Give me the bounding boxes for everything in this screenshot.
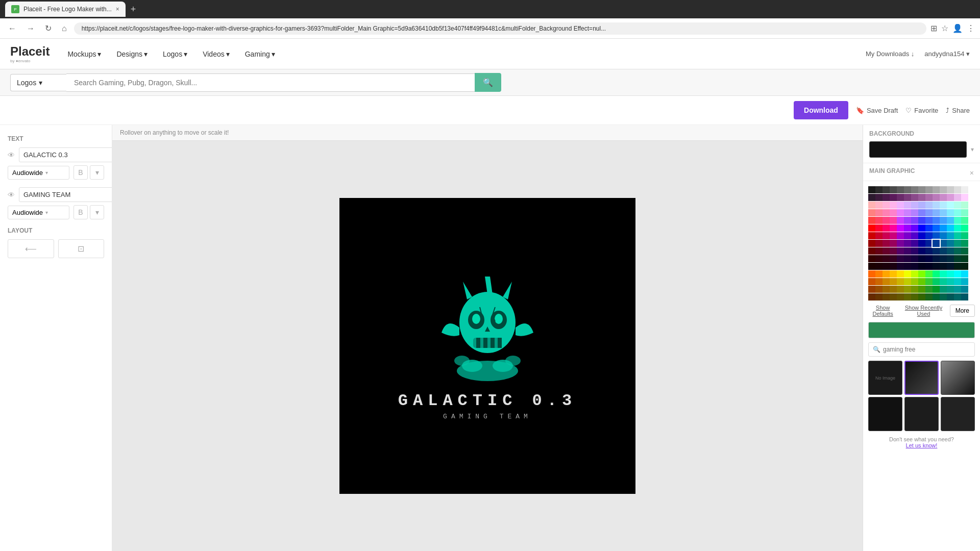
- color-cell[interactable]: [883, 224, 890, 232]
- back-button[interactable]: ←: [5, 22, 19, 35]
- color-cell[interactable]: [954, 278, 961, 285]
- color-cell[interactable]: [868, 209, 875, 216]
- graphic-search-input[interactable]: gaming free: [883, 346, 970, 353]
- color-cell[interactable]: [890, 202, 897, 209]
- color-cell[interactable]: [868, 194, 875, 201]
- color-cell[interactable]: [933, 232, 940, 239]
- color-cell[interactable]: [904, 232, 911, 239]
- color-cell[interactable]: [897, 247, 904, 255]
- color-cell[interactable]: [947, 209, 954, 216]
- color-cell[interactable]: [925, 186, 933, 193]
- bg-dropdown-arrow[interactable]: ▾: [971, 146, 974, 153]
- color-cell[interactable]: [875, 186, 883, 193]
- color-cell[interactable]: [875, 224, 883, 232]
- color-cell[interactable]: [954, 194, 961, 201]
- color-cell[interactable]: [933, 293, 940, 300]
- color-cell[interactable]: [925, 217, 933, 224]
- color-cell[interactable]: [890, 232, 897, 239]
- color-cell[interactable]: [911, 293, 918, 300]
- color-cell[interactable]: [947, 202, 954, 209]
- color-cell[interactable]: [918, 278, 925, 285]
- color-cell[interactable]: [890, 247, 897, 255]
- color-cell[interactable]: [940, 202, 947, 209]
- color-cell[interactable]: [961, 255, 968, 262]
- graphic-thumb-5[interactable]: [941, 397, 975, 431]
- color-cell[interactable]: [918, 186, 925, 193]
- color-cell[interactable]: [933, 270, 940, 278]
- color-cell[interactable]: [940, 286, 947, 293]
- menu-icon[interactable]: ⋮: [967, 23, 975, 33]
- color-cell[interactable]: [933, 263, 940, 270]
- color-cell[interactable]: [947, 278, 954, 285]
- color-cell[interactable]: [868, 217, 875, 224]
- color-cell[interactable]: [883, 186, 890, 193]
- color-cell[interactable]: [875, 217, 883, 224]
- color-cell[interactable]: [883, 263, 890, 270]
- color-cell[interactable]: [911, 232, 918, 239]
- color-cell[interactable]: [904, 186, 911, 193]
- color-cell[interactable]: [911, 240, 918, 247]
- color-cell[interactable]: [918, 209, 925, 216]
- color-cell[interactable]: [904, 202, 911, 209]
- color-cell[interactable]: [868, 286, 875, 293]
- forward-button[interactable]: →: [23, 22, 38, 35]
- color-cell[interactable]: [918, 293, 925, 300]
- color-cell[interactable]: [961, 286, 968, 293]
- color-cell[interactable]: [883, 293, 890, 300]
- color-cell[interactable]: [954, 293, 961, 300]
- search-category-dropdown[interactable]: Logos ▾: [10, 74, 66, 91]
- nav-gaming[interactable]: Gaming▾: [242, 47, 278, 61]
- color-cell[interactable]: [954, 186, 961, 193]
- color-cell[interactable]: [875, 255, 883, 262]
- color-cell[interactable]: [954, 202, 961, 209]
- color-cell[interactable]: [897, 270, 904, 278]
- color-cell[interactable]: [897, 209, 904, 216]
- text-input-2[interactable]: [19, 187, 112, 202]
- color-cell[interactable]: [875, 240, 883, 247]
- color-cell[interactable]: [897, 194, 904, 201]
- color-cell[interactable]: [925, 209, 933, 216]
- color-cell[interactable]: [883, 270, 890, 278]
- color-cell[interactable]: [954, 255, 961, 262]
- layout-center-button[interactable]: ⊡: [58, 239, 105, 258]
- color-cell[interactable]: [961, 209, 968, 216]
- save-draft-button[interactable]: 🔖 Save Draft: [856, 107, 898, 114]
- color-cell[interactable]: [961, 232, 968, 239]
- color-cell[interactable]: [933, 194, 940, 201]
- color-cell[interactable]: [911, 286, 918, 293]
- color-cell[interactable]: [890, 194, 897, 201]
- color-cell[interactable]: [954, 247, 961, 255]
- color-cell[interactable]: [940, 209, 947, 216]
- color-cell[interactable]: [883, 217, 890, 224]
- color-cell[interactable]: [954, 263, 961, 270]
- color-cell[interactable]: [897, 255, 904, 262]
- graphic-color-swatch[interactable]: [868, 322, 975, 338]
- reload-button[interactable]: ↻: [42, 21, 55, 35]
- color-cell[interactable]: [890, 263, 897, 270]
- color-cell[interactable]: [940, 278, 947, 285]
- color-cell[interactable]: [868, 278, 875, 285]
- text-input-1[interactable]: [19, 147, 112, 162]
- color-cell[interactable]: [890, 217, 897, 224]
- graphic-thumb-2[interactable]: [941, 361, 975, 395]
- color-cell[interactable]: [883, 209, 890, 216]
- color-cell[interactable]: [918, 263, 925, 270]
- color-cell[interactable]: [875, 247, 883, 255]
- color-cell[interactable]: [925, 255, 933, 262]
- color-cell[interactable]: [868, 232, 875, 239]
- color-cell[interactable]: [961, 293, 968, 300]
- color-cell[interactable]: [940, 194, 947, 201]
- color-cell[interactable]: [868, 202, 875, 209]
- color-cell[interactable]: [918, 270, 925, 278]
- color-cell[interactable]: [890, 255, 897, 262]
- color-cell[interactable]: [918, 202, 925, 209]
- graphic-thumb-1[interactable]: [904, 361, 939, 395]
- color-cell[interactable]: [911, 270, 918, 278]
- color-cell[interactable]: [875, 278, 883, 285]
- home-button[interactable]: ⌂: [59, 22, 70, 35]
- color-cell[interactable]: [904, 255, 911, 262]
- color-cell[interactable]: [947, 247, 954, 255]
- color-cell[interactable]: [875, 263, 883, 270]
- color-cell[interactable]: [890, 240, 897, 247]
- color-cell[interactable]: [933, 186, 940, 193]
